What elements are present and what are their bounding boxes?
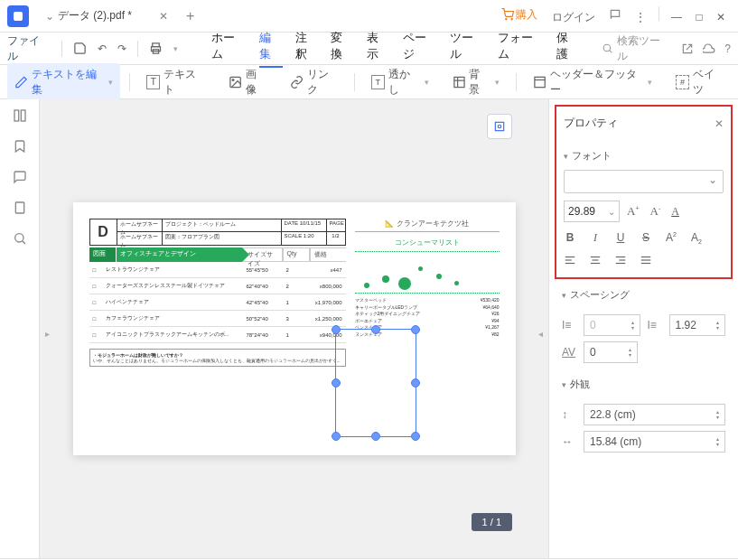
spacing-section-label: スペーシング [570,288,630,302]
col-header: Qty [283,247,310,262]
notifications-icon[interactable] [609,8,621,21]
menu-annotate[interactable]: 注釈 [295,30,319,68]
bates-tool[interactable]: # ベイツ [668,63,731,101]
share-icon[interactable] [681,42,694,55]
add-tab-button[interactable]: + [186,8,194,24]
align-center-icon[interactable] [589,254,602,266]
bookmark-icon[interactable] [13,139,27,154]
buy-button[interactable]: 購入 [501,7,537,23]
av-spacing-input[interactable]: 0▴▾ [584,341,638,363]
company-name: 📐 クランアーキテクツ社 [355,219,500,232]
redo-icon[interactable]: ↷ [117,42,126,55]
underline-button[interactable]: U [614,231,627,245]
svg-line-7 [610,51,612,53]
chevron-down-icon[interactable]: ▾ [108,78,113,87]
table-row: □ハイベンチチェア42"45"401x1,970,000 [89,294,346,311]
strikethrough-button[interactable]: S [640,231,652,245]
resize-handle[interactable] [371,325,380,334]
resize-handle[interactable] [371,432,380,441]
text-tool[interactable]: T テキスト [139,63,212,101]
align-left-icon[interactable] [564,254,576,266]
align-justify-icon[interactable] [640,254,652,266]
document-tab[interactable]: ⌄ データ (2).pdf * ✕ [36,0,177,32]
resize-handle[interactable] [411,378,420,387]
chevron-down-icon[interactable]: ▾ [425,78,429,87]
pdf-page[interactable]: D ホームサブネーム プロジェクト：ベッドルーム DATE 10/11/15 P… [73,202,516,455]
divider [354,73,355,91]
header-footer-label: ヘッダー＆フッター [550,67,642,98]
login-button[interactable]: ログイン [552,10,595,25]
undo-icon[interactable]: ↶ [98,42,107,55]
divider [516,73,517,91]
font-shrink-icon[interactable]: A- [649,204,660,219]
tab-title: データ (2).pdf * [58,8,132,23]
search-sidebar-icon[interactable] [13,231,27,246]
menu-edit[interactable]: 編集 [259,30,283,68]
menu-tool[interactable]: ツール [450,30,485,68]
table-row: □クォーターズステンレススチール製ドイツチェア62"40"402x800,000 [89,278,346,294]
font-size-input[interactable]: 29.89 [564,201,620,222]
cloud-icon[interactable] [703,42,715,55]
bold-button[interactable]: B [564,231,576,245]
svg-point-1 [506,19,507,20]
more-icon[interactable]: ⋮ [635,11,646,23]
maximize-button[interactable]: □ [696,11,702,23]
comment-icon[interactable] [13,170,27,184]
chevron-down-icon[interactable]: ▾ [564,152,568,161]
watermark-tool[interactable]: T 透かし ▾ [364,63,436,101]
file-menu[interactable]: ファイル [7,33,51,64]
chevron-down-icon[interactable]: ▾ [495,78,500,87]
menu-protect[interactable]: 保護 [556,30,580,68]
menu-view[interactable]: 表示 [367,30,390,68]
font-color-icon[interactable]: A [671,205,679,219]
resize-handle[interactable] [332,432,341,441]
font-section-label: フォント [572,149,612,163]
resize-handle[interactable] [332,378,341,387]
font-family-select[interactable] [564,170,724,193]
image-tool[interactable]: 画像 [221,63,274,101]
close-tab-icon[interactable]: ✕ [159,10,168,23]
menu-home[interactable]: ホーム [211,30,247,68]
close-panel-icon[interactable]: ✕ [715,117,724,130]
link-icon [290,75,304,89]
print-icon[interactable] [149,42,163,55]
superscript-button[interactable]: A2 [665,231,677,245]
attachment-icon[interactable] [13,201,27,215]
font-grow-icon[interactable]: A+ [627,204,639,219]
list-item: ネティック2用ダイニングチェア¥26 [355,311,500,318]
close-window-button[interactable]: ✕ [716,11,725,23]
menu-page[interactable]: ページ [403,30,438,68]
header-footer-tool[interactable]: ヘッダー＆フッター ▾ [526,63,659,101]
save-icon[interactable] [73,42,87,55]
chevron-down-icon[interactable]: ▾ [562,291,566,300]
height-input[interactable]: 15.84 (cm)▴▾ [584,431,725,453]
resize-handle[interactable] [332,325,341,334]
resize-handle[interactable] [411,432,420,441]
chevron-down-icon[interactable]: ▾ [562,380,566,389]
svg-point-6 [603,44,611,51]
minimize-button[interactable]: — [671,11,682,23]
resize-handle[interactable] [411,325,420,334]
svg-point-9 [232,79,234,80]
width-input[interactable]: 22.8 (cm)▴▾ [584,404,725,425]
chevron-down-icon[interactable]: ▾ [173,44,178,53]
help-icon[interactable]: ? [724,42,731,55]
char-spacing-input[interactable]: 0▴▾ [584,314,640,336]
hdr-cell: 1/2 [327,232,345,245]
hdr-cell: ホームサブネーム [117,232,163,245]
align-right-icon[interactable] [614,254,627,266]
link-tool[interactable]: リンク [283,63,345,101]
edit-text-tool[interactable]: テキストを編集 ▾ [7,63,120,101]
col-header: 価格 [310,247,346,262]
background-tool[interactable]: 背景 ▾ [445,63,507,101]
italic-button[interactable]: I [589,231,602,245]
chevron-down-icon[interactable]: ▾ [648,78,652,87]
background-icon [453,75,466,89]
subscript-button[interactable]: A2 [690,231,703,245]
line-spacing-input[interactable]: 1.92▴▾ [669,314,726,336]
menu-convert[interactable]: 変換 [331,30,354,68]
thumbnails-icon[interactable] [13,108,27,123]
text-selection-box[interactable] [335,329,416,437]
search-tools[interactable]: 検索ツール [602,33,670,64]
menu-form[interactable]: フォーム [498,30,544,68]
